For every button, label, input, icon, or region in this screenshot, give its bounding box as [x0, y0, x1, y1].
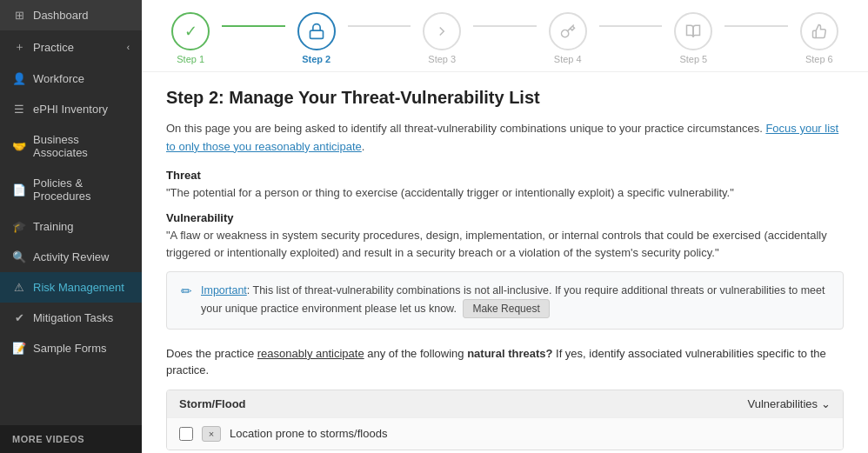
make-request-button[interactable]: Make Request	[463, 299, 549, 318]
sidebar-label-practice: Practice	[33, 41, 74, 54]
table-row: × Location prone to storms/floods	[167, 417, 843, 450]
col1-header: Storm/Flood	[179, 397, 246, 410]
step-6: Step 6	[788, 12, 851, 64]
step-5: Step 5	[662, 12, 724, 64]
sidebar-item-training[interactable]: 🎓 Training	[0, 211, 142, 242]
sidebar-label-policies: Policies & Procedures	[33, 177, 130, 203]
activity-icon: 🔍	[12, 250, 26, 263]
step-3-circle	[423, 12, 461, 50]
intro-text-before: On this page you are being asked to iden…	[166, 122, 763, 135]
dashboard-icon: ⊞	[12, 9, 26, 22]
sidebar-label-mitigation: Mitigation Tasks	[33, 311, 113, 324]
step-3-label: Step 3	[428, 54, 456, 64]
sidebar-item-risk-management[interactable]: ⚠ Risk Management	[0, 272, 142, 303]
chevron-left-icon: ‹	[127, 43, 130, 52]
content-area: Step 2: Manage Your Threat-Vulnerability…	[142, 72, 868, 453]
chevron-down-icon: ⌄	[821, 397, 831, 410]
col2-header: Vulnerabilities ⌄	[748, 397, 831, 410]
step-4-label: Step 4	[554, 54, 582, 64]
row-text: Location prone to storms/floods	[230, 427, 387, 440]
info-icon: ✏	[181, 283, 192, 299]
intro-suffix: .	[362, 140, 365, 153]
step-4-circle	[549, 12, 587, 50]
row-checkbox[interactable]	[179, 427, 193, 441]
sidebar: ⊞ Dashboard ＋ Practice ‹ 👤 Workforce ☰ e…	[0, 0, 142, 453]
sidebar-item-dashboard[interactable]: ⊞ Dashboard	[0, 0, 142, 30]
sidebar-label-forms: Sample Forms	[33, 342, 107, 355]
vulnerability-definition: "A flaw or weakness in system security p…	[166, 227, 844, 261]
question-does: Does the practice	[166, 347, 257, 360]
threat-definition: "The potential for a person or thing to …	[166, 184, 844, 202]
sidebar-label-workforce: Workforce	[33, 72, 84, 85]
step-4: Step 4	[537, 12, 599, 64]
step-1-circle: ✓	[171, 12, 210, 50]
sidebar-label-business: Business Associates	[33, 133, 130, 159]
sidebar-item-policies[interactable]: 📄 Policies & Procedures	[0, 168, 142, 211]
info-box: ✏ Important: This list of threat-vulnera…	[166, 271, 844, 330]
sidebar-item-workforce[interactable]: 👤 Workforce	[0, 63, 142, 94]
main-panel: ✓ Step 1 Step 2 Step 3	[142, 0, 868, 453]
question-natural: natural threats?	[467, 347, 552, 360]
more-videos-button[interactable]: MORE VIDEOS	[0, 425, 142, 453]
forms-icon: 📝	[12, 342, 26, 355]
step-6-label: Step 6	[805, 54, 833, 64]
step-2: Step 2	[285, 12, 348, 64]
threats-table: Storm/Flood Vulnerabilities ⌄ × Location…	[166, 390, 844, 450]
expand-row-button[interactable]: ×	[202, 426, 221, 442]
question-anticipate: reasonably anticipate	[257, 347, 364, 360]
policies-icon: 📄	[12, 183, 26, 197]
connector-4-5	[599, 25, 662, 27]
page-title: Step 2: Manage Your Threat-Vulnerability…	[166, 88, 844, 108]
step-5-label: Step 5	[679, 54, 707, 64]
table-header: Storm/Flood Vulnerabilities ⌄	[167, 390, 843, 417]
svg-rect-0	[310, 30, 323, 38]
step-2-circle	[297, 12, 336, 50]
sidebar-item-ephi-inventory[interactable]: ☰ ePHI Inventory	[0, 94, 142, 124]
sidebar-item-business-associates[interactable]: 🤝 Business Associates	[0, 124, 142, 168]
steps-bar: ✓ Step 1 Step 2 Step 3	[142, 0, 868, 72]
step-1-label: Step 1	[177, 54, 204, 64]
connector-5-6	[724, 25, 787, 27]
threat-label: Threat	[166, 169, 844, 182]
vulnerability-label: Vulnerability	[166, 211, 844, 224]
step-3: Step 3	[411, 12, 473, 64]
info-box-text: Important: This list of threat-vulnerabi…	[201, 283, 829, 318]
sidebar-item-practice[interactable]: ＋ Practice ‹	[0, 30, 142, 63]
step-2-label: Step 2	[302, 54, 331, 64]
mitigation-icon: ✔	[12, 311, 26, 324]
practice-icon: ＋	[12, 39, 26, 55]
risk-icon: ⚠	[12, 281, 26, 294]
important-link[interactable]: Important	[201, 284, 247, 296]
connector-2-3	[348, 25, 411, 27]
sidebar-label-activity: Activity Review	[33, 250, 109, 263]
sidebar-item-mitigation-tasks[interactable]: ✔ Mitigation Tasks	[0, 303, 142, 333]
sidebar-label-training: Training	[33, 220, 73, 233]
connector-3-4	[473, 25, 536, 27]
sidebar-item-activity-review[interactable]: 🔍 Activity Review	[0, 242, 142, 272]
training-icon: 🎓	[12, 220, 26, 233]
sidebar-label-ephi: ePHI Inventory	[33, 103, 108, 116]
intro-paragraph: On this page you are being asked to iden…	[166, 120, 844, 157]
step-1: ✓ Step 1	[159, 12, 222, 64]
ephi-icon: ☰	[12, 103, 26, 116]
sidebar-item-sample-forms[interactable]: 📝 Sample Forms	[0, 333, 142, 363]
workforce-icon: 👤	[12, 72, 26, 85]
business-icon: 🤝	[12, 140, 26, 153]
sidebar-label-dashboard: Dashboard	[33, 9, 89, 22]
step-6-circle	[800, 12, 838, 50]
step-5-circle	[674, 12, 712, 50]
sidebar-label-risk: Risk Management	[33, 281, 124, 294]
connector-1-2	[222, 25, 284, 27]
question-paragraph: Does the practice reasonably anticipate …	[166, 345, 844, 379]
question-any: any of the following	[364, 347, 468, 360]
